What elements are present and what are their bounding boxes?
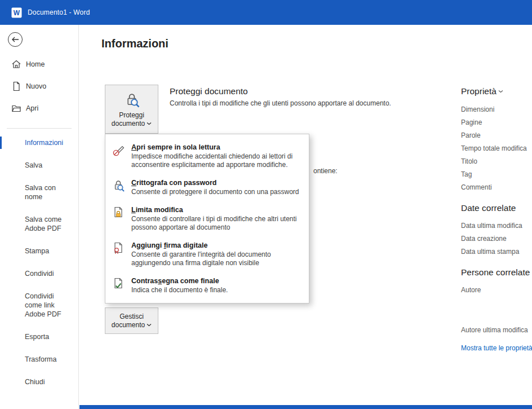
properties-panel: Proprietà Dimensioni Pagine Parole Tempo… (461, 86, 532, 352)
menu-item-mark-as-final[interactable]: Contrassegna come finale Indica che il d… (107, 272, 308, 299)
backstage-sidebar: Home Nuovo Apri Informazioni Salva Salva… (0, 25, 79, 409)
menu-item-restrict-editing[interactable]: Limita modifica Consente di controllare … (107, 201, 308, 236)
show-all-properties-link[interactable]: Mostra tutte le proprietà (461, 344, 532, 352)
menu-item-description: Consente di proteggere il documento con … (131, 188, 302, 196)
back-button[interactable] (8, 32, 23, 47)
always-read-only-icon (112, 143, 126, 169)
sidebar-item-nuovo[interactable]: Nuovo (0, 75, 78, 97)
bottom-accent-strip (79, 405, 532, 409)
related-people-heading: Persone correlate (461, 267, 532, 278)
menu-item-text: Crittografa con password Consente di pro… (131, 178, 302, 196)
sidebar-item-trasforma[interactable]: Trasforma (0, 348, 78, 371)
backstage-content: Informazioni Proteggi documento Proteggi… (79, 25, 532, 409)
digital-signature-icon (112, 241, 126, 267)
mark-as-final-icon (112, 277, 126, 294)
sidebar-item-label: Home (26, 60, 45, 68)
property-label-data-ultima-modifica: Data ultima modifica (461, 219, 532, 232)
property-label-autore-ultima-modifica: Autore ultima modifica (461, 323, 532, 336)
menu-item-title: Apri sempre in sola lettura (131, 143, 302, 152)
menu-item-text: Aggiungi firma digitale Consente di gara… (131, 241, 302, 267)
protect-document-button[interactable]: Proteggi documento (105, 85, 158, 134)
protect-section-heading: Proteggi documento (170, 86, 248, 96)
new-document-icon (11, 81, 21, 91)
menu-item-text: Limita modifica Consente di controllare … (131, 205, 302, 232)
menu-item-text: Apri sempre in sola lettura Impedisce mo… (131, 143, 302, 169)
inspect-text-fragment: ontiene: (313, 167, 338, 175)
menu-item-always-read-only[interactable]: Apri sempre in sola lettura Impedisce mo… (107, 138, 308, 174)
manage-document-button-label: Gestisci documento (109, 313, 154, 329)
chevron-down-icon (498, 90, 503, 93)
menu-item-encrypt-with-password[interactable]: Crittografa con password Consente di pro… (107, 174, 308, 201)
properties-spacer (461, 296, 532, 323)
chevron-down-icon (147, 122, 152, 125)
property-label-dimensioni: Dimensioni (461, 103, 532, 116)
sidebar-item-condividi-come-link-adobe-pdf[interactable]: Condividi come link Adobe PDF (0, 285, 78, 326)
property-label-commenti: Commenti (461, 181, 532, 193)
menu-item-title: Aggiungi firma digitale (131, 241, 302, 250)
page-title: Informazioni (101, 37, 169, 50)
protect-document-button-label: Proteggi documento (109, 111, 154, 128)
sidebar-item-chiudi[interactable]: Chiudi (0, 371, 78, 393)
sidebar-item-label: Trasforma (25, 355, 57, 364)
property-label-titolo: Titolo (461, 155, 532, 168)
sidebar-item-informazioni[interactable]: Informazioni (0, 131, 78, 154)
menu-item-description: Impedisce modifiche accidentali chiedend… (131, 152, 302, 169)
property-label-tag: Tag (461, 168, 532, 181)
back-arrow-icon (11, 36, 19, 43)
sidebar-item-label: Salva (25, 161, 42, 170)
restrict-editing-icon (112, 206, 126, 232)
properties-heading-label: Proprietà (461, 86, 496, 96)
sidebar-item-label: Salva come Adobe PDF (25, 215, 73, 233)
protect-document-menu: Apri sempre in sola lettura Impedisce mo… (105, 134, 309, 304)
backstage-nav: Informazioni Salva Salva con nome Salva … (0, 131, 78, 393)
property-label-parole: Parole (461, 129, 532, 142)
property-label-data-creazione: Data creazione (461, 232, 532, 245)
sidebar-item-label: Condividi come link Adobe PDF (25, 292, 73, 319)
menu-item-description: Consente di controllare i tipi di modifi… (131, 215, 302, 232)
property-label-autore: Autore (461, 283, 532, 296)
sidebar-item-salva-con-nome[interactable]: Salva con nome (0, 177, 78, 208)
protect-lock-icon (123, 91, 140, 108)
sidebar-item-salva[interactable]: Salva (0, 154, 78, 177)
manage-document-button[interactable]: Gestisci documento (105, 307, 158, 334)
word-app-icon: W (11, 7, 22, 18)
menu-item-title: Contrassegna come finale (131, 276, 302, 285)
sidebar-item-label: Condividi (25, 269, 54, 278)
properties-heading[interactable]: Proprietà (461, 86, 532, 97)
sidebar-item-stampa[interactable]: Stampa (0, 240, 78, 262)
svg-text:W: W (14, 8, 20, 16)
sidebar-item-label: Stampa (25, 247, 49, 256)
sidebar-item-label: Chiudi (25, 377, 45, 386)
related-dates-heading: Date correlate (461, 203, 532, 214)
sidebar-item-label: Nuovo (26, 82, 46, 90)
menu-item-title: Crittografa con password (131, 178, 302, 187)
sidebar-item-salva-come-adobe-pdf[interactable]: Salva come Adobe PDF (0, 208, 78, 240)
menu-item-description: Indica che il documento è finale. (131, 286, 302, 294)
property-label-pagine: Pagine (461, 116, 532, 129)
titlebar: W Documento1 - Word (0, 0, 532, 25)
sidebar-item-esporta[interactable]: Esporta (0, 326, 78, 348)
menu-item-title: Limita modifica (131, 205, 302, 214)
property-label-tempo-totale-modifica: Tempo totale modifica (461, 142, 532, 155)
menu-item-text: Contrassegna come finale Indica che il d… (131, 276, 302, 294)
sidebar-item-home[interactable]: Home (0, 53, 78, 75)
protect-section-description: Controlla i tipi di modifiche che gli ut… (170, 99, 391, 107)
home-icon (11, 59, 21, 69)
sidebar-item-condividi[interactable]: Condividi (0, 262, 78, 285)
sidebar-item-apri[interactable]: Apri (0, 97, 78, 119)
sidebar-divider (7, 128, 72, 129)
property-label-data-ultima-stampa: Data ultima stampa (461, 245, 532, 258)
sidebar-item-label: Informazioni (25, 138, 63, 147)
sidebar-item-label: Salva con nome (25, 183, 73, 201)
sidebar-item-label: Apri (26, 104, 38, 112)
encrypt-password-icon (112, 179, 126, 196)
menu-item-description: Consente di garantire l'integrità del do… (131, 250, 302, 267)
chevron-down-icon (147, 323, 152, 327)
window-title: Documento1 - Word (28, 8, 90, 16)
menu-item-add-digital-signature[interactable]: Aggiungi firma digitale Consente di gara… (107, 236, 308, 272)
sidebar-item-label: Esporta (25, 332, 49, 341)
open-folder-icon (11, 103, 21, 113)
